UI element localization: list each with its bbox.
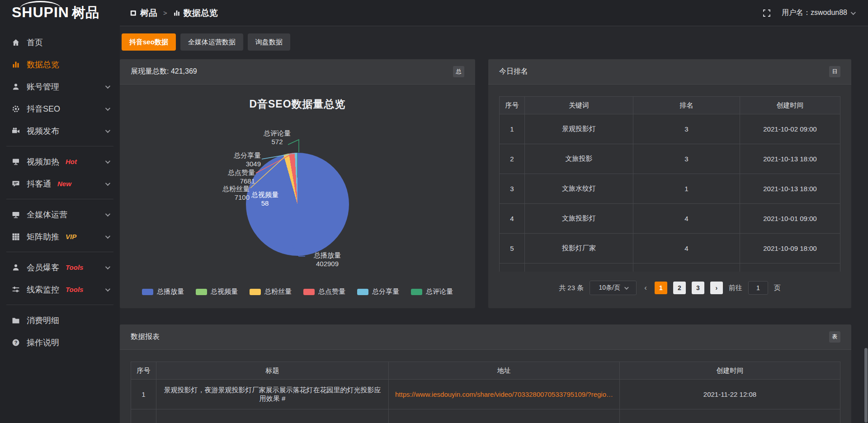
report-table-row-clipped bbox=[131, 409, 840, 423]
seo-overview-panel: 展现量总数: 421,369 总 D音SEO数据量总览 总评论量572 总分享量… bbox=[120, 59, 475, 308]
next-page-button[interactable]: › bbox=[710, 282, 723, 294]
rank-table-header-row: 序号 关键词 排名 创建时间 bbox=[500, 97, 840, 114]
col-created: 创建时间 bbox=[620, 362, 840, 380]
video-link[interactable]: https://www.iesdouyin.com/share/video/70… bbox=[395, 390, 613, 398]
sidebar-item-label: 抖音SEO bbox=[27, 103, 60, 114]
pie-chart-area: D音SEO数据量总览 总评论量572 总分享量3049 总点赞量7681 总粉丝… bbox=[120, 85, 475, 308]
impressions-total: 展现量总数: 421,369 bbox=[131, 67, 197, 76]
sidebar-item-data-overview[interactable]: 数据总览 bbox=[0, 53, 120, 75]
folder-icon bbox=[12, 316, 20, 324]
legend-swatch bbox=[196, 289, 207, 295]
video-title: 景观投影灯，夜游景观投影灯厂家展示展示落花灯在花园里的灯光投影应用效果 # bbox=[156, 380, 389, 409]
tab-media-ops-data[interactable]: 全媒体运营数据 bbox=[180, 33, 243, 51]
breadcrumb: 树品 > 数据总览 bbox=[130, 7, 218, 19]
chevron-down-icon bbox=[105, 180, 110, 185]
rank-panel-title: 今日排名 bbox=[499, 67, 528, 76]
sidebar-item-matrix-boost[interactable]: 矩阵助推 VIP bbox=[0, 226, 120, 248]
table-toggle-button[interactable]: 表 bbox=[829, 331, 840, 343]
sidebar-item-label: 视频加热 bbox=[27, 156, 59, 167]
col-rank: 排名 bbox=[633, 97, 740, 114]
data-report-panel-header: 数据报表 表 bbox=[120, 324, 851, 350]
legend-item-plays[interactable]: 总播放量 bbox=[142, 287, 184, 296]
vip-badge: VIP bbox=[66, 233, 76, 240]
rank-table-row: 2文旅投影32021-10-13 18:00 bbox=[500, 144, 840, 174]
col-title: 标题 bbox=[156, 362, 389, 380]
seo-overview-panel-header: 展现量总数: 421,369 总 bbox=[120, 59, 475, 85]
col-index: 序号 bbox=[131, 362, 156, 380]
sidebar-item-video-heat[interactable]: 视频加热 Hot bbox=[0, 150, 120, 173]
data-report-panel: 数据报表 表 序号 标题 地址 创建时间 bbox=[120, 324, 851, 423]
col-keyword: 关键词 bbox=[525, 97, 633, 114]
goto-suffix: 页 bbox=[774, 284, 781, 292]
sidebar-divider bbox=[6, 305, 113, 305]
sidebar-item-video-publish[interactable]: 视频发布 bbox=[0, 120, 120, 142]
sidebar-item-member[interactable]: 会员爆客 Tools bbox=[0, 256, 120, 278]
legend-item-videos[interactable]: 总视频量 bbox=[196, 287, 238, 296]
goto-page-input[interactable] bbox=[748, 281, 768, 295]
page-scrollbar[interactable] bbox=[864, 26, 868, 423]
pagination: 共 23 条 10条/页 ‹ 1 2 3 › 前往 页 bbox=[499, 281, 840, 295]
total-toggle-button[interactable]: 总 bbox=[453, 66, 464, 77]
sidebar-item-label: 会员爆客 bbox=[27, 262, 59, 273]
breadcrumb-root[interactable]: 树品 bbox=[130, 7, 157, 19]
user-icon bbox=[12, 83, 20, 91]
sidebar-item-help[interactable]: ? 操作说明 bbox=[0, 331, 120, 353]
chevron-down-icon bbox=[105, 158, 110, 163]
pie-label-plays: 总播放量402909 bbox=[302, 251, 352, 268]
rank-table-row: 3文旅水纹灯12021-10-13 18:00 bbox=[500, 174, 840, 204]
legend-item-comments[interactable]: 总评论量 bbox=[411, 287, 453, 296]
legend-item-likes[interactable]: 总点赞量 bbox=[303, 287, 345, 296]
sidebar-item-home[interactable]: 首页 bbox=[0, 31, 120, 53]
breadcrumb-current-label: 数据总览 bbox=[184, 7, 218, 19]
sidebar-item-label: 消费明细 bbox=[27, 315, 59, 326]
tab-douyin-seo-data[interactable]: 抖音seo数据 bbox=[122, 33, 176, 51]
sidebar-item-consume-detail[interactable]: 消费明细 bbox=[0, 309, 120, 331]
day-toggle-button[interactable]: 日 bbox=[829, 66, 840, 77]
chevron-down-icon bbox=[105, 127, 110, 132]
svg-text:?: ? bbox=[14, 340, 18, 345]
fullscreen-icon[interactable] bbox=[763, 9, 771, 17]
pie-label-shares: 总分享量3049 bbox=[216, 151, 261, 168]
legend-item-fans[interactable]: 总粉丝量 bbox=[250, 287, 292, 296]
breadcrumb-root-label: 树品 bbox=[140, 7, 157, 19]
report-table-row: 1 景观投影灯，夜游景观投影灯厂家展示展示落花灯在花园里的灯光投影应用效果 # … bbox=[131, 380, 840, 409]
tab-inquiry-data[interactable]: 询盘数据 bbox=[248, 33, 290, 51]
legend-item-shares[interactable]: 总分享量 bbox=[357, 287, 399, 296]
page-button-1[interactable]: 1 bbox=[655, 282, 667, 294]
tools-badge: Tools bbox=[66, 263, 83, 271]
rank-table-row: 5投影灯厂家42021-10-09 18:00 bbox=[500, 234, 840, 263]
goto-label: 前往 bbox=[729, 284, 742, 292]
sidebar-item-account[interactable]: 账号管理 bbox=[0, 75, 120, 98]
chevron-down-icon bbox=[624, 285, 629, 290]
rank-table-row-clipped bbox=[500, 263, 840, 272]
sidebar-item-label: 矩阵助推 bbox=[27, 231, 59, 242]
chevron-down-icon bbox=[105, 286, 110, 291]
data-tabs: 抖音seo数据 全媒体运营数据 询盘数据 bbox=[122, 33, 290, 51]
sidebar-item-label: 账号管理 bbox=[27, 81, 59, 92]
sidebar-item-clue-monitor[interactable]: 线索监控 Tools bbox=[0, 278, 120, 301]
page-button-2[interactable]: 2 bbox=[673, 282, 686, 294]
user-menu[interactable]: 用户名：zswodun88 bbox=[782, 8, 854, 18]
prev-page-button[interactable]: ‹ bbox=[642, 283, 649, 292]
page-size-select[interactable]: 10条/页 bbox=[590, 281, 637, 295]
pagination-total: 共 23 条 bbox=[559, 284, 584, 292]
breadcrumb-current[interactable]: 数据总览 bbox=[173, 7, 218, 19]
topbar: SHUPIN 树品 树品 > 数据总览 用户名：zswodun88 bbox=[0, 0, 868, 26]
chevron-down-icon bbox=[105, 105, 110, 110]
sidebar-item-douyin-seo[interactable]: 抖音SEO bbox=[0, 98, 120, 120]
col-index: 序号 bbox=[500, 97, 525, 114]
sidebar-item-label: 数据总览 bbox=[27, 59, 59, 70]
pie-label-likes: 总点赞量7681 bbox=[210, 168, 255, 185]
movie-camera-icon bbox=[12, 127, 20, 135]
sidebar-item-media-ops[interactable]: 全媒体运营 bbox=[0, 203, 120, 226]
bar-chart-icon bbox=[12, 61, 20, 69]
sidebar-divider bbox=[6, 199, 113, 199]
today-rank-panel-header: 今日排名 日 bbox=[488, 59, 851, 85]
scrollbar-thumb[interactable] bbox=[864, 348, 868, 423]
page-button-3[interactable]: 3 bbox=[692, 282, 704, 294]
sidebar-item-doukeitong[interactable]: 抖客通 New bbox=[0, 173, 120, 195]
sidebar-item-label: 抖客通 bbox=[27, 179, 51, 189]
tools-badge: Tools bbox=[66, 286, 83, 293]
sidebar-item-label: 全媒体运营 bbox=[27, 209, 67, 220]
col-url: 地址 bbox=[389, 362, 620, 380]
